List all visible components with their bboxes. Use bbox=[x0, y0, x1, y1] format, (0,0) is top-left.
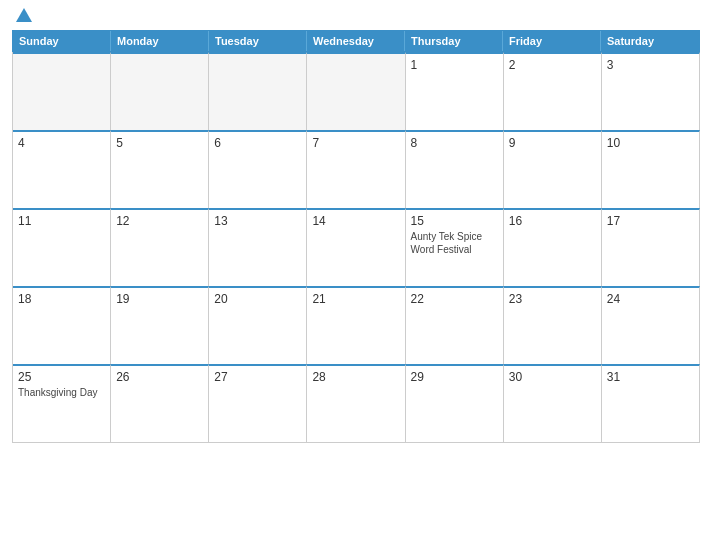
dow-cell-monday: Monday bbox=[111, 31, 209, 51]
cal-cell: 6 bbox=[209, 130, 307, 208]
day-number: 31 bbox=[607, 370, 694, 384]
day-number: 11 bbox=[18, 214, 105, 228]
cal-cell: 31 bbox=[602, 364, 700, 442]
cal-cell: 12 bbox=[111, 208, 209, 286]
day-number: 29 bbox=[411, 370, 498, 384]
day-number: 10 bbox=[607, 136, 694, 150]
dow-cell-thursday: Thursday bbox=[405, 31, 503, 51]
cal-cell: 14 bbox=[307, 208, 405, 286]
calendar-container: SundayMondayTuesdayWednesdayThursdayFrid… bbox=[0, 0, 712, 550]
day-number: 22 bbox=[411, 292, 498, 306]
cal-cell: 28 bbox=[307, 364, 405, 442]
day-number: 6 bbox=[214, 136, 301, 150]
cal-cell: 30 bbox=[504, 364, 602, 442]
cal-cell: 2 bbox=[504, 52, 602, 130]
day-number: 28 bbox=[312, 370, 399, 384]
cal-cell bbox=[307, 52, 405, 130]
day-number: 20 bbox=[214, 292, 301, 306]
cal-cell: 22 bbox=[406, 286, 504, 364]
cal-cell bbox=[209, 52, 307, 130]
cal-cell: 18 bbox=[13, 286, 111, 364]
cal-cell: 13 bbox=[209, 208, 307, 286]
day-number: 5 bbox=[116, 136, 203, 150]
logo bbox=[12, 10, 32, 22]
day-number: 7 bbox=[312, 136, 399, 150]
day-number: 27 bbox=[214, 370, 301, 384]
cal-cell: 24 bbox=[602, 286, 700, 364]
cal-cell: 23 bbox=[504, 286, 602, 364]
calendar-header bbox=[12, 10, 700, 22]
cal-cell: 4 bbox=[13, 130, 111, 208]
day-number: 9 bbox=[509, 136, 596, 150]
cal-cell: 5 bbox=[111, 130, 209, 208]
cal-cell: 11 bbox=[13, 208, 111, 286]
day-number: 18 bbox=[18, 292, 105, 306]
cal-cell: 27 bbox=[209, 364, 307, 442]
day-number: 12 bbox=[116, 214, 203, 228]
cal-cell: 26 bbox=[111, 364, 209, 442]
cal-cell: 17 bbox=[602, 208, 700, 286]
cal-cell: 1 bbox=[406, 52, 504, 130]
cal-cell bbox=[111, 52, 209, 130]
cal-cell: 16 bbox=[504, 208, 602, 286]
cal-cell: 19 bbox=[111, 286, 209, 364]
calendar-grid: 123456789101112131415Aunty Tek Spice Wor… bbox=[12, 52, 700, 443]
day-number: 13 bbox=[214, 214, 301, 228]
cal-cell: 8 bbox=[406, 130, 504, 208]
dow-cell-friday: Friday bbox=[503, 31, 601, 51]
cal-cell: 7 bbox=[307, 130, 405, 208]
dow-cell-wednesday: Wednesday bbox=[307, 31, 405, 51]
day-number: 14 bbox=[312, 214, 399, 228]
cal-cell: 10 bbox=[602, 130, 700, 208]
dow-cell-saturday: Saturday bbox=[601, 31, 699, 51]
logo-triangle-icon bbox=[16, 8, 32, 22]
day-number: 1 bbox=[411, 58, 498, 72]
day-number: 16 bbox=[509, 214, 596, 228]
cal-cell: 3 bbox=[602, 52, 700, 130]
cal-cell: 15Aunty Tek Spice Word Festival bbox=[406, 208, 504, 286]
event-text: Thanksgiving Day bbox=[18, 386, 105, 399]
dow-cell-tuesday: Tuesday bbox=[209, 31, 307, 51]
cal-cell: 9 bbox=[504, 130, 602, 208]
day-number: 2 bbox=[509, 58, 596, 72]
cal-cell bbox=[13, 52, 111, 130]
days-of-week-header: SundayMondayTuesdayWednesdayThursdayFrid… bbox=[12, 30, 700, 52]
cal-cell: 25Thanksgiving Day bbox=[13, 364, 111, 442]
dow-cell-sunday: Sunday bbox=[13, 31, 111, 51]
day-number: 19 bbox=[116, 292, 203, 306]
day-number: 8 bbox=[411, 136, 498, 150]
day-number: 24 bbox=[607, 292, 694, 306]
cal-cell: 29 bbox=[406, 364, 504, 442]
day-number: 26 bbox=[116, 370, 203, 384]
day-number: 17 bbox=[607, 214, 694, 228]
cal-cell: 21 bbox=[307, 286, 405, 364]
event-text: Aunty Tek Spice Word Festival bbox=[411, 230, 498, 256]
day-number: 4 bbox=[18, 136, 105, 150]
day-number: 21 bbox=[312, 292, 399, 306]
day-number: 15 bbox=[411, 214, 498, 228]
day-number: 3 bbox=[607, 58, 694, 72]
day-number: 25 bbox=[18, 370, 105, 384]
day-number: 23 bbox=[509, 292, 596, 306]
day-number: 30 bbox=[509, 370, 596, 384]
cal-cell: 20 bbox=[209, 286, 307, 364]
